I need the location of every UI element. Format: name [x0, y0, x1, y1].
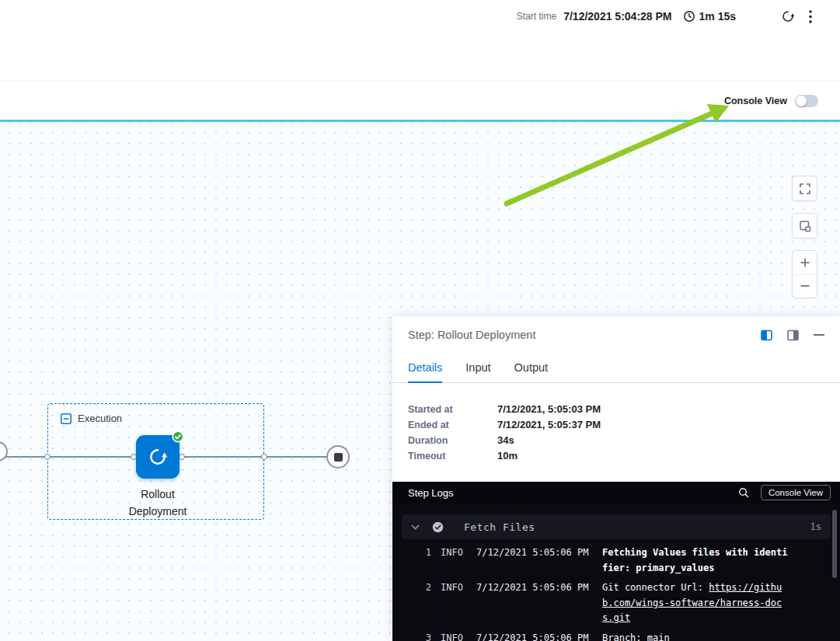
- tab-input[interactable]: Input: [465, 354, 490, 383]
- detail-value: 7/12/2021, 5:05:37 PM: [497, 417, 601, 433]
- log-line: 2 INFO 7/12/2021 5:05:06 PM Git connecto…: [392, 580, 840, 626]
- log-section-name: Fetch Files: [464, 521, 535, 533]
- log-level: INFO: [441, 545, 467, 576]
- tab-output[interactable]: Output: [514, 354, 549, 383]
- console-view-button[interactable]: Console View: [761, 485, 831, 500]
- log-console: Fetch Files 1s 1 INFO 7/12/2021 5:05:06 …: [392, 503, 840, 641]
- detail-value: 10m: [497, 448, 518, 464]
- log-section-header[interactable]: Fetch Files 1s: [402, 514, 831, 539]
- details-table: Started at 7/12/2021, 5:05:03 PM Ended a…: [392, 383, 840, 464]
- port-group-right: [261, 454, 267, 460]
- port-node-right: [179, 454, 185, 460]
- refresh-button[interactable]: [779, 8, 796, 25]
- log-scrollbar-thumb[interactable]: [832, 510, 837, 578]
- kebab-icon: [809, 10, 812, 23]
- step-details-panel: Step: Rollout Deployment: [392, 316, 840, 641]
- panel-tabs: Details Input Output: [392, 354, 840, 383]
- elapsed-time: 1m 15s: [699, 10, 736, 23]
- start-time-label: Start time: [517, 11, 556, 22]
- detail-row: Ended at 7/12/2021, 5:05:37 PM: [408, 417, 824, 433]
- execution-group-label: Execution: [78, 413, 122, 424]
- log-timestamp: 7/12/2021 5:05:06 PM: [476, 580, 593, 626]
- port-group-left: [44, 454, 51, 460]
- console-view-toggle[interactable]: [795, 95, 818, 107]
- node-label: Rollout Deployment: [115, 486, 200, 520]
- log-line-number: 2: [422, 580, 431, 626]
- pipeline-execution-screen: Start time 7/12/2021 5:04:28 PM 1m 15s: [0, 0, 840, 641]
- detail-label: Ended at: [408, 417, 497, 433]
- console-view-label: Console View: [724, 96, 787, 106]
- end-node[interactable]: [326, 445, 350, 469]
- log-line-number: 1: [422, 545, 431, 576]
- fullscreen-button[interactable]: [792, 176, 817, 201]
- more-options-button[interactable]: [807, 9, 814, 25]
- log-level: INFO: [441, 580, 467, 626]
- detail-row: Timeout 10m: [408, 448, 824, 464]
- chevron-down-icon: [411, 524, 420, 530]
- dock-left-button[interactable]: [759, 328, 774, 343]
- previous-node-partial: [0, 441, 8, 462]
- log-section-duration: 1s: [810, 521, 821, 532]
- log-line-number: 3: [422, 631, 431, 641]
- search-icon: [738, 487, 749, 498]
- log-level: INFO: [441, 631, 467, 641]
- log-line: 1 INFO 7/12/2021 5:05:06 PM Fetching Val…: [392, 545, 840, 576]
- success-badge-icon: [172, 430, 184, 443]
- pane-left-icon: [761, 329, 772, 341]
- log-timestamp: 7/12/2021 5:05:06 PM: [476, 631, 593, 641]
- detail-label: Started at: [408, 402, 497, 417]
- fit-to-view-button[interactable]: [792, 213, 817, 239]
- log-message-prefix: Git connector Url:: [602, 582, 709, 593]
- panel-title: Step: Rollout Deployment: [408, 329, 535, 341]
- step-logs-title: Step Logs: [408, 487, 454, 499]
- detail-row: Started at 7/12/2021, 5:05:03 PM: [408, 402, 824, 417]
- dock-right-button[interactable]: [786, 328, 800, 343]
- detail-value: 7/12/2021, 5:05:03 PM: [497, 402, 601, 417]
- zoom-controls: [792, 250, 817, 298]
- log-message: Fetching Values files with identifier: p…: [602, 545, 789, 576]
- minimize-icon: [814, 333, 824, 336]
- rollout-deployment-node[interactable]: [136, 435, 180, 479]
- toggle-knob: [796, 96, 807, 106]
- log-message: Git connector Url: https://github.com/wi…: [602, 580, 789, 626]
- log-message: Branch: main: [602, 631, 789, 641]
- log-search-button[interactable]: [737, 486, 751, 500]
- minimize-panel-button[interactable]: [812, 332, 826, 338]
- collapse-group-icon[interactable]: [61, 413, 71, 424]
- zoom-in-button[interactable]: [793, 251, 817, 275]
- pane-right-icon: [787, 329, 799, 341]
- refresh-icon: [781, 9, 795, 23]
- execution-header: Start time 7/12/2021 5:04:28 PM 1m 15s: [0, 0, 840, 82]
- stop-icon: [334, 453, 343, 462]
- zoom-out-button[interactable]: [793, 275, 817, 298]
- minus-icon: [800, 280, 810, 291]
- log-line: 3 INFO 7/12/2021 5:05:06 PM Branch: main: [392, 631, 840, 641]
- rollout-icon: [148, 447, 168, 467]
- detail-row: Duration 34s: [408, 433, 824, 448]
- log-timestamp: 7/12/2021 5:05:06 PM: [476, 545, 593, 576]
- tab-details[interactable]: Details: [408, 354, 442, 383]
- fullscreen-icon: [799, 183, 811, 195]
- plus-icon: [800, 257, 810, 268]
- step-logs-bar: Step Logs Console View: [392, 482, 840, 503]
- detail-label: Timeout: [408, 448, 497, 464]
- check-circle-icon: [432, 521, 444, 533]
- clock-icon: [683, 10, 695, 23]
- start-time-value: 7/12/2021 5:04:28 PM: [563, 10, 671, 23]
- detail-value: 34s: [497, 433, 514, 448]
- fit-view-icon: [799, 220, 811, 232]
- detail-label: Duration: [408, 433, 497, 448]
- graph-toolbar: Console View: [0, 82, 840, 122]
